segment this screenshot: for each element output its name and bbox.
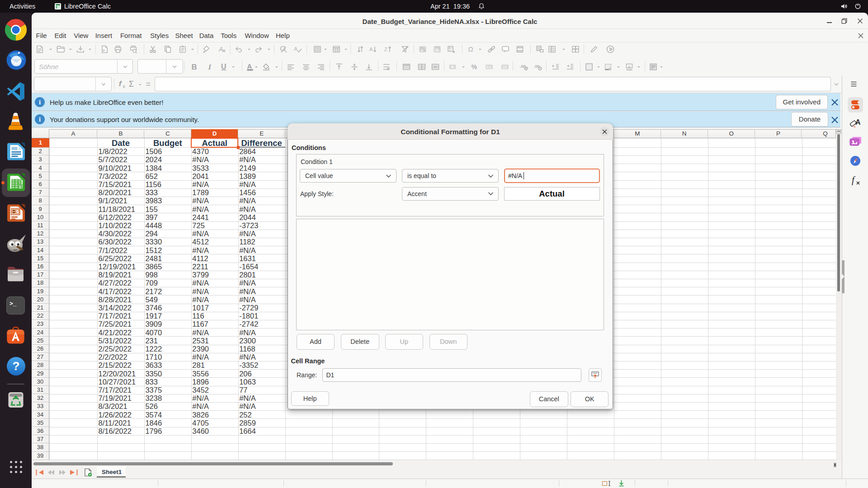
svg-text:A: A [218,46,223,53]
svg-text:U: U [221,63,226,70]
svg-text:%: % [472,63,477,70]
svg-text:f: f [852,174,856,185]
svg-text:A: A [369,47,373,52]
svg-text:B: B [192,63,197,71]
svg-text:Ω: Ω [468,45,473,53]
svg-text:Z: Z [384,47,387,52]
svg-text:A: A [247,62,252,70]
svg-text:15: 15 [503,65,507,69]
svg-text:A: A [103,49,105,52]
svg-text:A: A [294,46,298,52]
svg-text:I: I [208,63,212,71]
svg-text:0.0: 0.0 [486,65,491,69]
